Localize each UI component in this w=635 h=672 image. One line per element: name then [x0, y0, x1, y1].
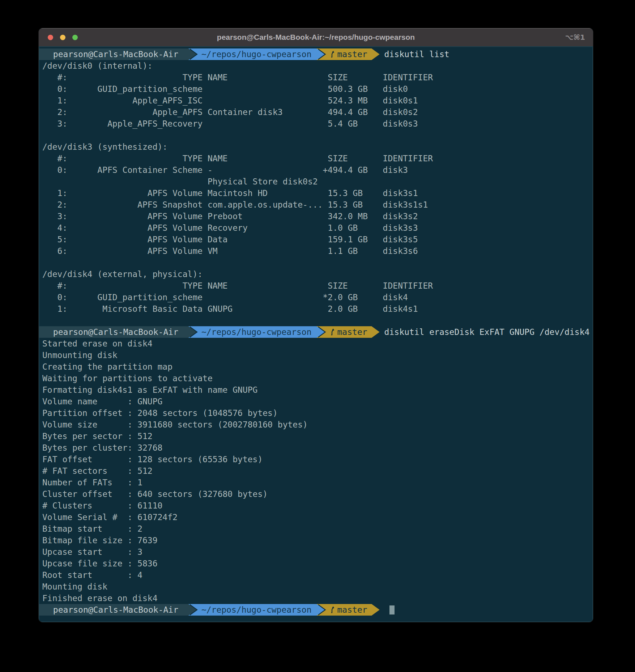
terminal-output-line: 1: Microsoft Basic Data GNUPG 2.0 GB dis…: [39, 303, 593, 315]
prompt-git-branch: master: [325, 604, 372, 616]
prompt-git-branch: master: [325, 48, 372, 60]
prompt-git-branch: master: [325, 326, 372, 338]
terminal-output-line: 5: APFS Volume Data 159.1 GB disk3s5: [39, 234, 593, 245]
terminal-output-line: [39, 315, 593, 326]
powerline-arrow-icon: [188, 604, 196, 616]
terminal-output-line: Bitmap file size : 7639: [39, 535, 593, 546]
terminal-output-line: Formatting disk4s1 as ExFAT with name GN…: [39, 384, 593, 396]
powerline-arrow-icon: [372, 326, 380, 338]
terminal-output-line: Volume name : GNUPG: [39, 396, 593, 407]
terminal-output-line: 1: APFS Volume Macintosh HD 15.3 GB disk…: [39, 187, 593, 199]
terminal-output-line: Mounting disk: [39, 581, 593, 592]
terminal-output-line: # FAT sectors : 512: [39, 465, 593, 477]
terminal-output-line: Unmounting disk: [39, 349, 593, 361]
terminal-output-line: Volume Serial # : 610724f2: [39, 511, 593, 523]
terminal-output-line: 2: APFS Snapshot com.apple.os.update-...…: [39, 199, 593, 210]
terminal-output-line: Upcase file size : 5836: [39, 558, 593, 569]
prompt-cwd: ~/repos/hugo-cwpearson: [196, 326, 317, 338]
powerline-arrow-icon: [317, 326, 325, 338]
prompt-user-host: pearson@Carls-MacBook-Air: [39, 326, 188, 338]
terminal-output-line: Creating the partition map: [39, 361, 593, 373]
prompt-user-host-label: pearson@Carls-MacBook-Air: [48, 326, 183, 338]
window-shortcut-badge: ⌥⌘1: [542, 33, 593, 42]
traffic-lights: [39, 35, 89, 40]
window-title: pearson@Carls-MacBook-Air:~/repos/hugo-c…: [89, 33, 542, 42]
terminal-output-line: /dev/disk3 (synthesized):: [39, 141, 593, 153]
prompt-user-host-label: pearson@Carls-MacBook-Air: [48, 48, 183, 60]
terminal-output-line: Finished erase on disk4: [39, 592, 593, 604]
terminal-output-line: 2: Apple_APFS Container disk3 494.4 GB d…: [39, 106, 593, 118]
terminal-output-line: 0: GUID_partition_scheme 500.3 GB disk0: [39, 83, 593, 95]
terminal-output-line: Physical Store disk0s2: [39, 176, 593, 187]
prompt-git-branch-label: master: [337, 604, 367, 616]
git-branch-icon: [329, 50, 335, 58]
terminal-output-line: Cluster offset : 640 sectors (327680 byt…: [39, 488, 593, 500]
terminal-output-line: 3: Apple_APFS_Recovery 5.4 GB disk0s3: [39, 118, 593, 129]
terminal-output-line: Bitmap start : 2: [39, 523, 593, 535]
terminal-output-line: #: TYPE NAME SIZE IDENTIFIER: [39, 153, 593, 164]
terminal-output-line: 1: Apple_APFS_ISC 524.3 MB disk0s1: [39, 95, 593, 106]
terminal-output-line: Upcase start : 3: [39, 546, 593, 558]
close-button[interactable]: [48, 35, 53, 40]
terminal-output-line: Number of FATs : 1: [39, 477, 593, 488]
prompt-cwd-label: ~/repos/hugo-cwpearson: [201, 48, 312, 60]
zoom-button[interactable]: [72, 35, 78, 40]
terminal-output-line: Volume size : 3911680 sectors (200278016…: [39, 419, 593, 430]
powerline-arrow-icon: [317, 48, 325, 60]
shell-prompt-line: pearson@Carls-MacBook-Air ~/repos/hugo-c…: [39, 326, 593, 338]
terminal-output-line: # Clusters : 61110: [39, 500, 593, 511]
powerline-arrow-icon: [317, 604, 325, 616]
git-branch-icon: [329, 328, 335, 336]
prompt-cwd-label: ~/repos/hugo-cwpearson: [201, 326, 312, 338]
powerline-arrow-icon: [188, 48, 196, 60]
prompt-git-branch-label: master: [337, 326, 367, 338]
terminal-output-line: Root start : 4: [39, 569, 593, 581]
terminal-output-line: [39, 257, 593, 268]
prompt-cwd: ~/repos/hugo-cwpearson: [196, 604, 317, 616]
terminal-output-line: 3: APFS Volume Preboot 342.0 MB disk3s2: [39, 210, 593, 222]
terminal-output-line: Bytes per sector : 512: [39, 430, 593, 442]
powerline-arrow-icon: [372, 48, 380, 60]
prompt-user-host: pearson@Carls-MacBook-Air: [39, 48, 188, 60]
terminal-output-line: Started erase on disk4: [39, 338, 593, 349]
terminal-output-line: #: TYPE NAME SIZE IDENTIFIER: [39, 280, 593, 292]
terminal-output-line: Bytes per cluster: 32768: [39, 442, 593, 454]
terminal-cursor[interactable]: [389, 605, 395, 614]
command-text: diskutil list: [384, 48, 449, 60]
prompt-git-branch-label: master: [337, 48, 367, 60]
git-branch-icon: [329, 606, 335, 614]
terminal-output-line: Waiting for partitions to activate: [39, 373, 593, 384]
terminal-output-line: 6: APFS Volume VM 1.1 GB disk3s6: [39, 245, 593, 257]
terminal-output-line: FAT offset : 128 sectors (65536 bytes): [39, 454, 593, 465]
titlebar[interactable]: pearson@Carls-MacBook-Air:~/repos/hugo-c…: [39, 28, 593, 46]
powerline-arrow-icon: [188, 326, 196, 338]
terminal-screen[interactable]: pearson@Carls-MacBook-Air ~/repos/hugo-c…: [39, 46, 593, 622]
prompt-cwd-label: ~/repos/hugo-cwpearson: [201, 604, 312, 616]
prompt-user-host-label: pearson@Carls-MacBook-Air: [48, 604, 183, 616]
terminal-output-line: [39, 129, 593, 141]
terminal-output-line: #: TYPE NAME SIZE IDENTIFIER: [39, 72, 593, 83]
terminal-output-line: /dev/disk0 (internal):: [39, 60, 593, 72]
terminal-output-line: 0: GUID_partition_scheme *2.0 GB disk4: [39, 292, 593, 303]
terminal-output-line: /dev/disk4 (external, physical):: [39, 268, 593, 280]
shell-prompt-line: pearson@Carls-MacBook-Air ~/repos/hugo-c…: [39, 48, 593, 60]
powerline-arrow-icon: [372, 604, 380, 616]
prompt-user-host: pearson@Carls-MacBook-Air: [39, 604, 188, 616]
shell-prompt-line: pearson@Carls-MacBook-Air ~/repos/hugo-c…: [39, 604, 593, 616]
terminal-output-line: 0: APFS Container Scheme - +494.4 GB dis…: [39, 164, 593, 176]
minimize-button[interactable]: [60, 35, 65, 40]
command-text: diskutil eraseDisk ExFAT GNUPG /dev/disk…: [384, 326, 590, 338]
terminal-output-line: 4: APFS Volume Recovery 1.0 GB disk3s3: [39, 222, 593, 234]
prompt-cwd: ~/repos/hugo-cwpearson: [196, 48, 317, 60]
terminal-window: pearson@Carls-MacBook-Air:~/repos/hugo-c…: [39, 28, 593, 622]
terminal-output-line: Partition offset : 2048 sectors (1048576…: [39, 407, 593, 419]
